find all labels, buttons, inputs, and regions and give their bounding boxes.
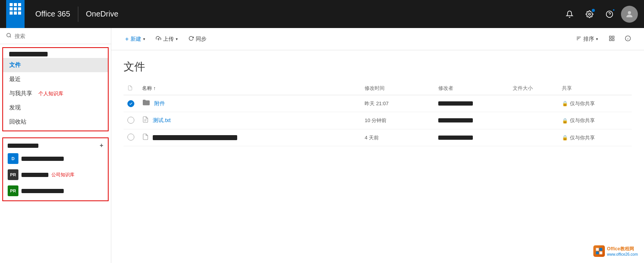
app-name: OneDrive	[86, 10, 118, 18]
sidebar-item-recent[interactable]: 最近	[3, 72, 108, 86]
team-label-pr2-blurred	[21, 189, 64, 193]
file-check-cell	[124, 95, 138, 112]
col-header-modified: 修改时间	[361, 82, 434, 95]
svg-point-4	[7, 33, 10, 37]
file-modified: 4 天前	[365, 135, 379, 141]
sidebar-user-name	[3, 50, 108, 58]
add-company-button[interactable]: +	[100, 142, 103, 149]
view-grid-button[interactable]	[605, 33, 619, 45]
svg-rect-10	[609, 36, 611, 38]
file-modified: 10 分钟前	[365, 117, 386, 123]
sidebar-item-shared[interactable]: 与我共享 个人知识库	[3, 86, 108, 101]
team-badge-pr2: PR	[8, 185, 18, 196]
brand-name: Office教程网	[607, 246, 638, 252]
toolbar-right: 排序 ▾	[571, 33, 635, 45]
team-label-pr1-blurred	[21, 173, 48, 177]
sync-button[interactable]: 同步	[184, 33, 211, 45]
help-button[interactable]	[601, 6, 618, 23]
sort-label: 排序	[583, 36, 594, 43]
file-share-cell: 🔒 仅与你共享	[558, 95, 632, 112]
file-modifier-blurred	[438, 136, 473, 140]
col-header-check	[124, 82, 138, 95]
file-size-cell	[509, 112, 558, 129]
svg-point-0	[589, 13, 591, 15]
brand-text: Office教程网 www.office26.com	[607, 246, 638, 256]
table-row: 附件 昨天 21:07	[124, 95, 632, 112]
team-badge-pr1: PR	[8, 169, 18, 180]
sidebar-company-section: + D PR 公司知识库 PR	[2, 137, 109, 201]
file-modifier-cell	[434, 129, 509, 146]
settings-button[interactable]	[581, 6, 598, 23]
sidebar: 文件 最近 与我共享 个人知识库 发现 回收站 + D	[0, 28, 111, 263]
sidebar-team-item-pr1[interactable]: PR 公司知识库	[3, 167, 108, 183]
file-modified-cell: 昨天 21:07	[361, 95, 434, 112]
new-button[interactable]: + 新建 ▾	[121, 33, 150, 45]
file-share-cell: 🔒 仅与你共享	[558, 112, 632, 129]
file-name-cell: 附件	[138, 95, 361, 112]
file-name-link[interactable]: 附件	[154, 100, 165, 107]
file-share-label: 仅与你共享	[570, 134, 595, 141]
page-title: 文件	[124, 60, 632, 74]
file-name-cell: 测试.txt	[138, 112, 361, 129]
file-checkbox[interactable]	[127, 134, 134, 141]
brand-watermark: Office教程网 www.office26.com	[593, 245, 638, 257]
brand-logo	[593, 245, 605, 257]
team-badge-d: D	[8, 153, 18, 164]
file-name-cell	[138, 129, 361, 146]
sidebar-recent-label: 最近	[9, 76, 21, 83]
new-label: 新建	[130, 36, 141, 43]
sort-dropdown-icon: ▾	[596, 37, 598, 41]
sidebar-item-files[interactable]: 文件	[3, 58, 108, 72]
team-label-d-blurred	[21, 157, 64, 161]
new-dropdown-icon: ▾	[143, 37, 145, 41]
upload-button[interactable]: 上传 ▾	[151, 33, 182, 45]
share-lock-icon: 🔒	[562, 118, 568, 124]
sidebar-discover-label: 发现	[9, 104, 21, 111]
file-name-link[interactable]: 测试.txt	[153, 117, 171, 124]
file-share-label: 仅与你共享	[570, 100, 595, 107]
svg-line-5	[10, 36, 11, 38]
file-modifier-blurred	[438, 101, 473, 106]
shared-tag: 个人知识库	[38, 90, 63, 97]
sidebar-item-recycle[interactable]: 回收站	[3, 115, 108, 129]
view-grid-icon	[609, 35, 615, 43]
share-lock-icon: 🔒	[562, 101, 568, 106]
sidebar-company-header: +	[3, 140, 108, 151]
txt-icon	[142, 116, 149, 125]
sort-button[interactable]: 排序 ▾	[571, 33, 603, 45]
sidebar-team-item-pr2[interactable]: PR	[3, 183, 108, 199]
file-checkbox[interactable]	[127, 100, 134, 107]
sidebar-team-item-d[interactable]: D	[3, 151, 108, 167]
file-checkbox[interactable]	[127, 117, 134, 124]
sidebar-recycle-label: 回收站	[9, 118, 26, 126]
search-input[interactable]	[15, 33, 105, 39]
sidebar-item-discover[interactable]: 发现	[3, 101, 108, 115]
file-modifier-blurred	[438, 118, 473, 122]
file-modified-cell: 10 分钟前	[361, 112, 434, 129]
company-name-blurred	[8, 144, 38, 148]
file-modified: 昨天 21:07	[365, 101, 388, 106]
search-icon	[6, 33, 12, 39]
col-header-name[interactable]: 名称 ↑	[138, 82, 361, 95]
col-header-modifier: 修改者	[434, 82, 509, 95]
content-area: + 新建 ▾ 上传 ▾	[111, 28, 644, 263]
file-size-cell	[509, 95, 558, 112]
info-button[interactable]	[621, 33, 635, 45]
svg-rect-13	[612, 39, 614, 41]
sidebar-shared-label: 与我共享	[9, 90, 32, 97]
notification-button[interactable]	[561, 6, 578, 23]
new-icon: +	[125, 36, 129, 43]
folder-icon	[142, 99, 150, 108]
user-name-blurred	[9, 52, 48, 56]
share-lock-icon: 🔒	[562, 135, 568, 141]
table-row: 4 天前 🔒 仅与你共享	[124, 129, 632, 146]
sort-icon	[576, 36, 581, 42]
user-avatar[interactable]	[621, 6, 638, 23]
app-launcher-button[interactable]	[6, 0, 25, 28]
office365-title: Office 365	[30, 10, 70, 18]
svg-rect-20	[599, 248, 602, 251]
svg-rect-12	[609, 39, 611, 41]
nav-divider	[78, 7, 78, 22]
nav-icons	[561, 6, 638, 23]
table-row: 测试.txt 10 分钟前	[124, 112, 632, 129]
